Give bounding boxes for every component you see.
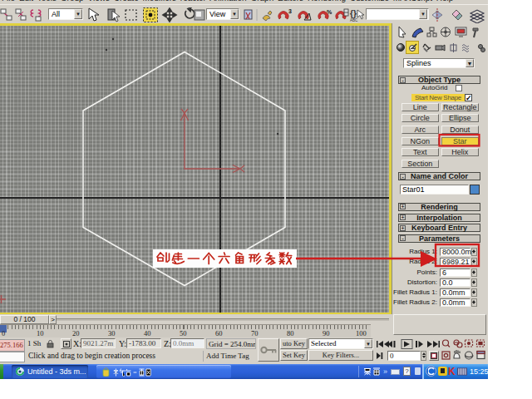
svg-text:»: » — [383, 367, 387, 376]
